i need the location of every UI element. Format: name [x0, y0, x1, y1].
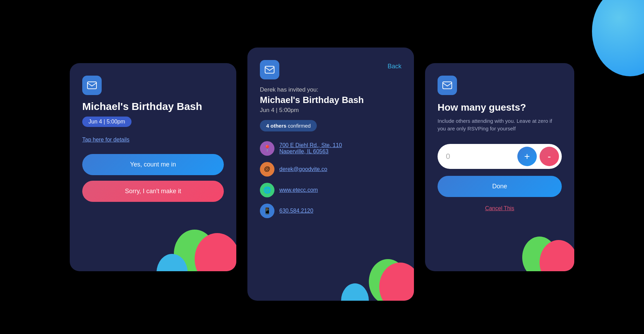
card1-yes-button[interactable]: Yes, count me in	[82, 154, 224, 175]
card2-header: Back	[260, 60, 401, 79]
card2-back-button[interactable]: Back	[388, 60, 401, 70]
card2-balloon-blue	[341, 283, 369, 301]
card2-email-link[interactable]: derek@goodvite.co	[279, 166, 327, 172]
contact-email: @ derek@goodvite.co	[260, 162, 401, 177]
svg-rect-1	[265, 66, 274, 73]
card1-details-link[interactable]: Tap here for details	[82, 137, 224, 143]
mail-icon-wrap-3	[438, 76, 457, 95]
card3-question-desc: Include others attending with you. Leave…	[438, 117, 562, 133]
card-invite: Michael's Birthday Bash Jun 4 | 5:00pm T…	[70, 63, 236, 271]
website-icon: 🌐	[260, 183, 274, 197]
card2-invited-text: Derek has invited you:	[260, 86, 401, 93]
mail-icon-3	[442, 82, 452, 89]
phone-icon: 📱	[260, 204, 274, 218]
card2-confirmed-badge: 4 others confirmed	[260, 120, 317, 131]
card2-confirmed-text: confirmed	[288, 123, 311, 129]
location-icon: 📍	[260, 141, 274, 156]
card2-website-link[interactable]: www.etecc.com	[279, 187, 318, 193]
card-details: Back Derek has invited you: Michael's Bi…	[247, 48, 414, 301]
card1-event-date: Jun 4 | 5:00pm	[82, 117, 132, 127]
card1-no-button[interactable]: Sorry, I can't make it	[82, 181, 224, 202]
card2-event-date: Jun 4 | 5:00pm	[260, 107, 401, 114]
card1-event-title: Michael's Birthday Bash	[82, 101, 224, 112]
contact-phone: 📱 630.584.2120	[260, 204, 401, 218]
card2-contact-list: 📍 700 E Diehl Rd., Ste. 110Naperville, I…	[260, 141, 401, 218]
contact-address: 📍 700 E Diehl Rd., Ste. 110Naperville, I…	[260, 141, 401, 156]
card3-cancel-link[interactable]: Cancel This	[438, 205, 562, 212]
card3-minus-button[interactable]: -	[540, 147, 559, 166]
mail-icon-wrap	[82, 76, 102, 95]
email-icon: @	[260, 162, 274, 177]
svg-rect-2	[443, 82, 452, 89]
cards-area: Michael's Birthday Bash Jun 4 | 5:00pm T…	[70, 34, 574, 301]
svg-rect-0	[87, 82, 96, 89]
contact-website: 🌐 www.etecc.com	[260, 183, 401, 197]
mail-icon-2	[265, 66, 274, 74]
mail-icon-wrap-2	[260, 60, 279, 79]
card3-stepper-value: 0	[446, 152, 515, 161]
card-guest-count: How many guests? Include others attendin…	[425, 63, 574, 271]
bg-balloon-blue	[592, 0, 644, 76]
card3-done-button[interactable]: Done	[438, 176, 562, 197]
card2-confirmed-count: 4 others	[266, 123, 286, 129]
mail-icon	[87, 82, 97, 89]
card3-plus-button[interactable]: +	[517, 147, 537, 166]
card2-phone-link[interactable]: 630.584.2120	[279, 208, 313, 214]
card3-stepper: 0 + -	[438, 144, 562, 169]
card2-event-title: Michael's Birthday Bash	[260, 95, 401, 105]
card3-question-title: How many guests?	[438, 102, 562, 113]
card2-address-link[interactable]: 700 E Diehl Rd., Ste. 110Naperville, IL …	[279, 142, 342, 155]
